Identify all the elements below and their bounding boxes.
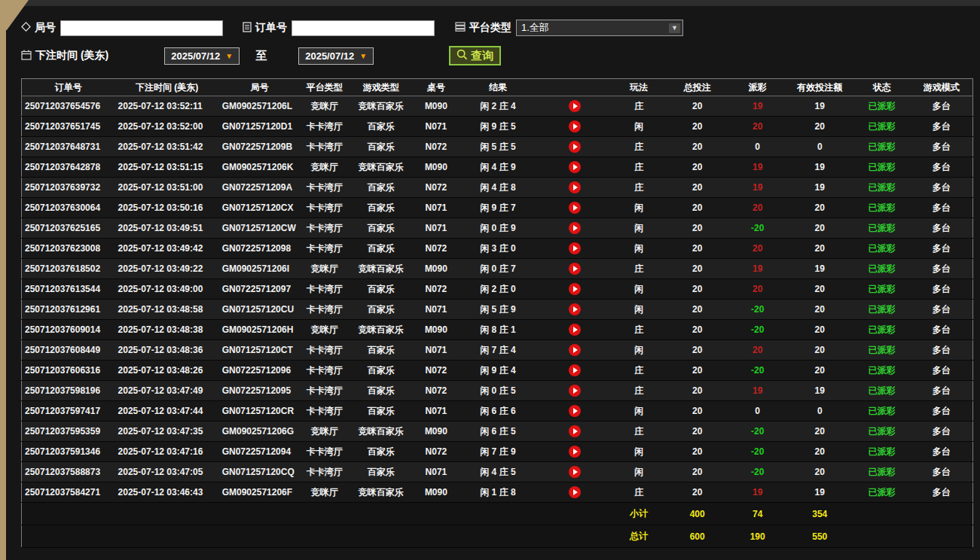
payout-cell: 20 <box>729 239 786 259</box>
total-label: 总计 <box>612 525 665 548</box>
total-bet-cell: 20 <box>665 320 729 340</box>
table-row: 2507120376517452025-07-12 03:52:00GN0712… <box>22 117 973 137</box>
play-icon[interactable] <box>569 100 581 112</box>
table-no-cell: M090 <box>414 96 459 117</box>
time-cell: 2025-07-12 03:47:44 <box>115 401 219 422</box>
valid-bet-cell: 19 <box>786 259 853 279</box>
total-bet-cell: 20 <box>665 218 729 239</box>
bet-type-cell: 庄 <box>612 96 665 117</box>
play-icon[interactable] <box>569 141 581 153</box>
result-cell: 闲 5 庄 5 <box>459 137 537 157</box>
payout-cell: 19 <box>729 178 786 198</box>
bet-type-cell: 闲 <box>612 442 665 462</box>
valid-bet-cell: 19 <box>786 96 853 117</box>
play-icon[interactable] <box>569 425 581 437</box>
play-icon[interactable] <box>569 202 581 214</box>
date-to-value: 2025/07/12 <box>305 50 354 62</box>
order-cell: 250712037612961 <box>22 300 115 320</box>
date-to-picker[interactable]: 2025/07/12 ▼ <box>298 47 374 65</box>
table-no-cell: N072 <box>414 137 459 157</box>
round-input[interactable] <box>60 20 223 36</box>
game-type-cell: 百家乐 <box>349 137 414 157</box>
game-type-cell: 百家乐 <box>349 218 414 239</box>
status-cell: 已派彩 <box>853 300 910 320</box>
total-bet-cell: 20 <box>665 300 729 320</box>
platform-cell: 竞咪厅 <box>301 482 349 503</box>
play-icon[interactable] <box>569 181 581 193</box>
time-cell: 2025-07-12 03:47:05 <box>115 462 219 482</box>
column-header: 结果 <box>459 79 537 96</box>
play-icon[interactable] <box>569 405 581 417</box>
mode-cell: 多台 <box>910 442 972 462</box>
table-row: 2507120375842712025-07-12 03:46:43GM0902… <box>22 482 973 503</box>
platform-cell: 竞咪厅 <box>301 157 349 178</box>
game-type-cell: 百家乐 <box>349 462 414 482</box>
total-bet-cell: 20 <box>665 442 729 462</box>
round-cell: GN0722571209B <box>219 137 301 157</box>
total-bet-cell: 20 <box>665 401 729 422</box>
platform-cell: 卡卡湾厅 <box>301 340 349 361</box>
payout-cell: 0 <box>729 137 786 157</box>
bet-type-cell: 庄 <box>612 259 665 279</box>
order-cell: 250712037630064 <box>22 198 115 218</box>
subtotal-total-bet: 400 <box>665 503 729 525</box>
round-cell: GM0902571206I <box>219 259 301 279</box>
platform-select[interactable]: 1.全部 ▼ <box>516 20 683 36</box>
status-cell: 已派彩 <box>853 381 910 401</box>
chevron-down-icon: ▼ <box>359 52 367 60</box>
table-row: 2507120376084492025-07-12 03:48:36GN0712… <box>22 340 973 361</box>
time-cell: 2025-07-12 03:49:42 <box>115 239 219 259</box>
status-cell: 已派彩 <box>853 218 910 239</box>
play-icon[interactable] <box>569 161 581 173</box>
table-no-cell: M090 <box>414 157 459 178</box>
replay-cell <box>537 482 612 503</box>
table-row: 2507120375888732025-07-12 03:47:05GN0712… <box>22 462 973 482</box>
play-icon[interactable] <box>569 446 581 458</box>
status-cell: 已派彩 <box>853 279 910 300</box>
play-icon[interactable] <box>569 120 581 132</box>
mode-cell: 多台 <box>910 401 972 422</box>
mode-cell: 多台 <box>910 422 972 442</box>
order-input[interactable] <box>292 20 435 36</box>
valid-bet-cell: 20 <box>786 320 853 340</box>
platform-cell: 卡卡湾厅 <box>301 178 349 198</box>
status-cell: 已派彩 <box>853 198 910 218</box>
valid-bet-cell: 19 <box>786 157 853 178</box>
platform-cell: 卡卡湾厅 <box>301 462 349 482</box>
play-icon[interactable] <box>569 364 581 376</box>
game-type-cell: 竞咪百家乐 <box>349 259 414 279</box>
date-from-picker[interactable]: 2025/07/12 ▼ <box>164 47 240 65</box>
time-cell: 2025-07-12 03:48:26 <box>115 361 219 381</box>
game-type-cell: 百家乐 <box>349 198 414 218</box>
valid-bet-cell: 20 <box>786 117 853 137</box>
table-no-cell: N071 <box>414 462 459 482</box>
game-type-cell: 百家乐 <box>349 442 414 462</box>
round-cell: GN071257120D1 <box>219 117 301 137</box>
play-icon[interactable] <box>569 344 581 356</box>
query-button[interactable]: 查询 <box>449 46 501 65</box>
payout-cell: 0 <box>729 401 786 422</box>
table-row: 2507120375913462025-07-12 03:47:16GN0722… <box>22 442 973 462</box>
round-cell: GN07225712097 <box>219 279 301 300</box>
play-icon[interactable] <box>569 263 581 275</box>
order-cell: 250712037618502 <box>22 259 115 279</box>
main-content: 局号 订单号 平台类型 1.全部 ▼ <box>21 20 973 548</box>
total-bet-cell: 20 <box>665 96 729 117</box>
status-cell: 已派彩 <box>853 320 910 340</box>
order-cell: 250712037597417 <box>22 401 115 422</box>
play-icon[interactable] <box>569 385 581 397</box>
play-icon[interactable] <box>569 303 581 315</box>
play-icon[interactable] <box>569 283 581 295</box>
bet-type-cell: 庄 <box>612 381 665 401</box>
play-icon[interactable] <box>569 242 581 254</box>
play-icon[interactable] <box>569 466 581 478</box>
table-no-cell: N071 <box>414 117 459 137</box>
payout-cell: 19 <box>729 157 786 178</box>
play-icon[interactable] <box>569 222 581 234</box>
subtotal-row: 小计 400 74 354 <box>22 503 973 525</box>
table-row: 2507120376090142025-07-12 03:48:38GM0902… <box>22 320 973 340</box>
play-icon[interactable] <box>569 324 581 336</box>
table-no-cell: N072 <box>414 178 459 198</box>
play-icon[interactable] <box>569 486 581 498</box>
date-from-value: 2025/07/12 <box>171 50 220 62</box>
